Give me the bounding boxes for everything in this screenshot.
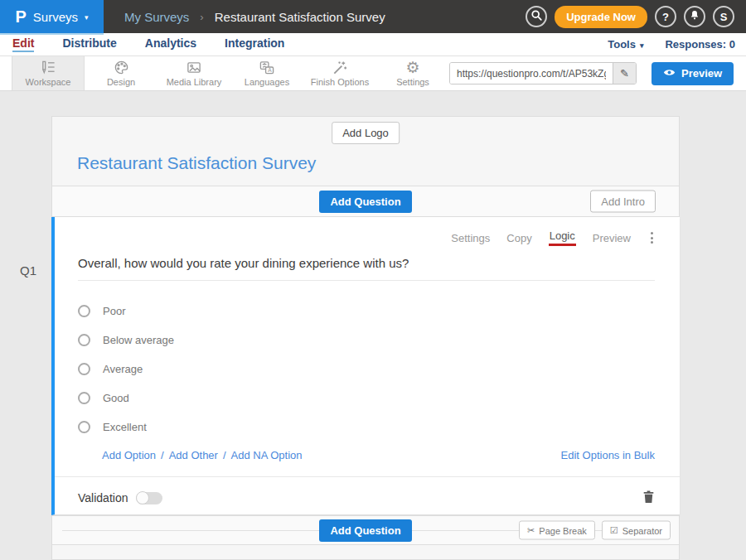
answer-option-row: Average — [78, 360, 655, 377]
page-break-button[interactable]: ✂ Page Break — [519, 521, 595, 540]
option-label[interactable]: Below average — [103, 334, 174, 346]
question-preview-link[interactable]: Preview — [593, 232, 631, 244]
nav-right: Tools ▾ Responses: 0 — [608, 38, 746, 51]
toolbar-items: Workspace Design Media Library A Languag… — [0, 56, 449, 90]
survey-card: Add Logo Restaurant Satisfaction Survey … — [51, 116, 680, 560]
radio-button[interactable] — [78, 392, 90, 404]
chevron-down-icon: ▾ — [85, 12, 89, 22]
survey-canvas: Q1 Add Logo Restaurant Satisfaction Surv… — [0, 91, 746, 560]
toolbar-languages-label: Languages — [245, 77, 289, 87]
add-question-row-top: Add Question Add Intro — [51, 186, 680, 217]
toolbar-finish-options[interactable]: Finish Options — [303, 56, 376, 90]
add-logo-button[interactable]: Add Logo — [332, 122, 400, 144]
toolbar-settings-label: Settings — [396, 77, 429, 87]
separator-icon: ☑ — [610, 525, 618, 536]
share-url-group: ✎ — [449, 62, 637, 84]
brand-surveys-menu[interactable]: P Surveys ▾ — [0, 0, 104, 33]
validation-divider — [55, 476, 680, 477]
workspace-toolbar: Workspace Design Media Library A Languag… — [0, 56, 746, 91]
bell-icon — [689, 9, 700, 24]
toolbar-workspace-label: Workspace — [26, 77, 71, 87]
workspace-icon — [40, 60, 56, 75]
radio-button[interactable] — [78, 305, 90, 317]
toolbar-languages[interactable]: A Languages — [230, 56, 303, 90]
tools-label: Tools — [608, 38, 636, 51]
toolbar-media-library[interactable]: Media Library — [157, 56, 230, 90]
breadcrumb-separator-icon: › — [200, 11, 203, 23]
question-text[interactable]: Overall, how would you rate your dining … — [78, 256, 655, 270]
radio-button[interactable] — [78, 421, 90, 433]
delete-question-button[interactable] — [642, 490, 655, 506]
questionpro-logo: P — [15, 7, 26, 27]
share-url-input[interactable] — [450, 63, 613, 84]
question-number: Q1 — [20, 263, 36, 278]
survey-title[interactable]: Restaurant Satisfaction Survey — [77, 153, 316, 173]
option-label[interactable]: Average — [103, 363, 143, 375]
avatar[interactable]: S — [713, 6, 734, 27]
breadcrumb-my-surveys[interactable]: My Surveys — [124, 10, 189, 24]
answer-options: Poor Below average Average Good — [78, 302, 655, 435]
separator-button[interactable]: ☑ Separator — [602, 521, 671, 540]
toolbar-finish-options-label: Finish Options — [311, 77, 369, 87]
validation-row: Validation — [78, 488, 655, 508]
nav-tabs: Edit Distribute Analytics Integration — [0, 36, 284, 52]
tools-menu[interactable]: Tools ▾ — [608, 38, 643, 51]
tab-edit[interactable]: Edit — [12, 36, 34, 52]
more-options-icon[interactable] — [649, 230, 655, 245]
add-intro-button[interactable]: Add Intro — [590, 191, 656, 213]
toolbar-design[interactable]: Design — [85, 56, 157, 90]
footer-right-buttons: ✂ Page Break ☑ Separator — [519, 521, 671, 540]
image-icon — [186, 60, 202, 75]
responses-count[interactable]: Responses: 0 — [665, 38, 735, 51]
question-logic-link[interactable]: Logic — [549, 229, 576, 246]
link-separator: / — [223, 449, 226, 461]
add-question-button-top[interactable]: Add Question — [319, 191, 411, 213]
help-button[interactable]: ? — [655, 6, 676, 27]
question-copy-link[interactable]: Copy — [506, 232, 531, 244]
add-question-row-bottom: Add Question ✂ Page Break ☑ Separator — [51, 515, 680, 545]
option-label[interactable]: Good — [103, 392, 129, 404]
search-button[interactable] — [526, 6, 547, 27]
svg-text:A: A — [268, 67, 272, 73]
gear-icon: ⚙ — [405, 60, 419, 75]
toolbar-media-library-label: Media Library — [167, 77, 222, 87]
question-card: Settings Copy Logic Preview Overall, how… — [51, 217, 680, 515]
next-section-partial — [51, 545, 680, 560]
magic-wand-icon — [332, 60, 348, 75]
edit-options-in-bulk-link[interactable]: Edit Options in Bulk — [561, 449, 655, 461]
toolbar-workspace[interactable]: Workspace — [12, 56, 85, 90]
preview-button[interactable]: Preview — [652, 62, 734, 85]
eye-icon — [663, 67, 676, 80]
palette-icon — [114, 60, 129, 75]
avatar-initial: S — [720, 11, 728, 23]
add-other-link[interactable]: Add Other — [169, 449, 218, 461]
pencil-icon: ✎ — [620, 67, 629, 80]
survey-header-section: Add Logo Restaurant Satisfaction Survey — [51, 116, 680, 186]
add-question-button-bottom[interactable]: Add Question — [319, 519, 411, 542]
top-header: P Surveys ▾ My Surveys › Restaurant Sati… — [0, 0, 746, 33]
answer-option-row: Good — [78, 389, 655, 406]
tab-integration[interactable]: Integration — [225, 36, 284, 52]
radio-button[interactable] — [78, 363, 90, 375]
validation-toggle[interactable] — [136, 492, 162, 504]
notifications-button[interactable] — [684, 6, 705, 27]
toolbar-settings[interactable]: ⚙ Settings — [376, 56, 449, 90]
separator-label: Separator — [622, 525, 662, 535]
header-actions: Upgrade Now ? S — [526, 6, 746, 28]
option-links-row: Add Option/Add Other/Add NA Option Edit … — [78, 447, 655, 462]
option-label[interactable]: Excellent — [103, 421, 147, 433]
tab-analytics[interactable]: Analytics — [145, 36, 196, 52]
add-option-link[interactable]: Add Option — [102, 449, 156, 461]
option-label[interactable]: Poor — [103, 305, 125, 317]
tab-distribute[interactable]: Distribute — [62, 36, 116, 52]
scissors-icon: ✂ — [527, 525, 535, 536]
option-add-links: Add Option/Add Other/Add NA Option — [102, 449, 303, 461]
toolbar-right: ✎ Preview — [449, 56, 746, 90]
toggle-knob — [136, 491, 149, 504]
add-na-option-link[interactable]: Add NA Option — [231, 449, 303, 461]
upgrade-now-button[interactable]: Upgrade Now — [555, 6, 647, 28]
question-settings-link[interactable]: Settings — [451, 232, 490, 244]
edit-url-button[interactable]: ✎ — [613, 63, 636, 84]
translate-icon: A — [259, 60, 275, 75]
radio-button[interactable] — [78, 334, 90, 346]
